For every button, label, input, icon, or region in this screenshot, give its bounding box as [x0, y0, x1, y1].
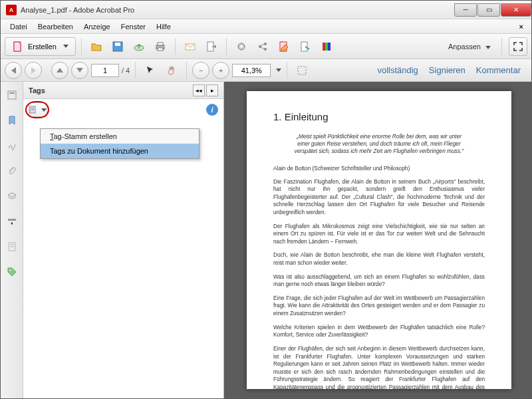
marquee-zoom-button[interactable]: [293, 61, 311, 80]
gear-button[interactable]: [232, 37, 251, 56]
dropdown-icon: [63, 45, 68, 48]
tags-context-menu: Tag-Stamm erstellen Tags zu Dokument hin…: [40, 128, 200, 159]
zoom-dropdown-icon[interactable]: [276, 68, 281, 72]
maximize-button[interactable]: ▭: [477, 3, 500, 17]
tags-title: Tags: [29, 86, 45, 94]
page-input[interactable]: [91, 64, 119, 77]
doc-para: Was ist also ausschlaggebend, um sich an…: [273, 273, 485, 289]
save-button[interactable]: [108, 37, 127, 56]
svg-point-26: [9, 269, 11, 271]
menu-tag-stamm[interactable]: Tag-Stamm erstellen: [41, 129, 199, 144]
hand-tool[interactable]: [162, 61, 181, 80]
pdf-page: 1. Einleitung „Meist spielt Pünktlichkei…: [247, 91, 511, 389]
svg-rect-2: [115, 43, 120, 46]
menu-anzeige[interactable]: Anzeige: [78, 21, 116, 33]
next-view-button[interactable]: [25, 62, 42, 79]
tags-options-button[interactable]: [29, 102, 47, 117]
doc-attribution: Alain de Botton (Schweizer Schriftstelle…: [273, 165, 485, 172]
svg-rect-20: [8, 91, 16, 99]
tags-next-button[interactable]: ▸: [206, 84, 218, 96]
share-button[interactable]: [253, 37, 272, 56]
vollstaendig-button[interactable]: vollständig: [377, 65, 418, 75]
zoom-out-button[interactable]: −: [192, 62, 209, 79]
doc-quote: „Meist spielt Pünktlichkeit eine enorme …: [273, 133, 485, 156]
svg-point-10: [240, 45, 243, 48]
menu-datei[interactable]: Datei: [5, 21, 33, 33]
tags-icon[interactable]: [5, 265, 19, 279]
menubar-close-icon[interactable]: ×: [515, 23, 527, 31]
svg-rect-18: [328, 43, 331, 51]
tags-options-row: i: [23, 99, 223, 120]
doc-para: Der Flughafen als Mikrokosmos zeigt eine…: [273, 223, 485, 246]
zoom-in-button[interactable]: +: [212, 62, 229, 79]
menu-fenster[interactable]: Fenster: [116, 21, 151, 33]
menubar: Datei Bearbeiten Anzeige Fenster Hilfe ×: [1, 19, 531, 34]
titlebar: A Analyse_1.pdf - Adobe Acrobat Pro ─ ▭ …: [1, 1, 531, 19]
svg-rect-19: [298, 66, 306, 74]
dropdown-icon: [41, 108, 47, 112]
main-toolbar: Erstellen Anpassen: [1, 34, 531, 59]
page-up-button[interactable]: [51, 62, 68, 79]
tags-header: Tags ◂◂ ▸: [23, 82, 223, 99]
email-button[interactable]: [181, 37, 200, 56]
document-area[interactable]: 1. Einleitung „Meist spielt Pünktlichkei…: [224, 82, 531, 398]
bookmarks-icon[interactable]: [5, 114, 19, 127]
nav-strip: [1, 82, 23, 398]
svg-rect-17: [325, 43, 328, 51]
edit-pdf-button[interactable]: [275, 37, 293, 56]
signieren-button[interactable]: Signieren: [429, 65, 466, 75]
svg-rect-5: [158, 43, 163, 45]
select-tool[interactable]: [141, 61, 160, 80]
page-down-button[interactable]: [71, 62, 88, 79]
print-button[interactable]: [151, 37, 170, 56]
content-icon[interactable]: [5, 240, 19, 253]
doc-para: Einer der Flughäfen, der sich seit Anbeg…: [273, 345, 485, 389]
thumbnails-icon[interactable]: [5, 88, 19, 102]
create-button[interactable]: Erstellen: [5, 37, 76, 56]
cloud-button[interactable]: [130, 37, 148, 56]
order-icon[interactable]: [5, 215, 19, 228]
attachments-icon[interactable]: [5, 164, 19, 178]
page-total: / 4: [122, 66, 130, 74]
app-window: A Analyse_1.pdf - Adobe Acrobat Pro ─ ▭ …: [0, 0, 532, 399]
doc-para: Doch, wie Alain de Botton beschreibt, eh…: [273, 251, 485, 267]
zoom-input[interactable]: [232, 64, 271, 77]
export-button[interactable]: [202, 37, 221, 56]
menu-tags-hinzufuegen[interactable]: Tags zu Dokument hinzufügen: [41, 144, 199, 158]
kommentar-button[interactable]: Kommentar: [476, 65, 521, 75]
svg-rect-6: [158, 48, 163, 51]
window-title: Analyse_1.pdf - Adobe Acrobat Pro: [21, 6, 454, 14]
doc-heading: 1. Einleitung: [273, 111, 485, 122]
color-button[interactable]: [317, 37, 336, 56]
nav-toolbar: / 4 − + vollständig Signieren Kommentar: [1, 59, 531, 82]
prev-view-button[interactable]: [5, 62, 22, 79]
tags-prev-button[interactable]: ◂◂: [193, 84, 205, 96]
doc-para: Eine Frage, die sich jeder Flughafen auf…: [273, 295, 485, 318]
fullscreen-button[interactable]: [509, 37, 527, 56]
stamp-button[interactable]: [296, 37, 315, 56]
info-icon[interactable]: i: [206, 104, 218, 116]
svg-rect-16: [323, 43, 325, 51]
svg-rect-22: [8, 219, 16, 221]
signatures-icon[interactable]: [5, 139, 19, 152]
layers-icon[interactable]: [5, 190, 19, 203]
svg-rect-21: [9, 92, 15, 94]
anpassen-button[interactable]: Anpassen: [444, 43, 495, 51]
menu-bearbeiten[interactable]: Bearbeiten: [33, 21, 78, 33]
create-label: Erstellen: [28, 43, 57, 51]
menu-hilfe[interactable]: Hilfe: [151, 21, 176, 33]
doc-para: Die Faszination Flughafen, die Alain de …: [273, 178, 485, 217]
app-icon: A: [6, 5, 17, 15]
open-button[interactable]: [87, 37, 106, 56]
doc-para: Welche Kriterien spielen in dem Wettbewe…: [273, 324, 485, 339]
minimize-button[interactable]: ─: [454, 3, 477, 17]
close-button[interactable]: ✕: [501, 3, 531, 17]
